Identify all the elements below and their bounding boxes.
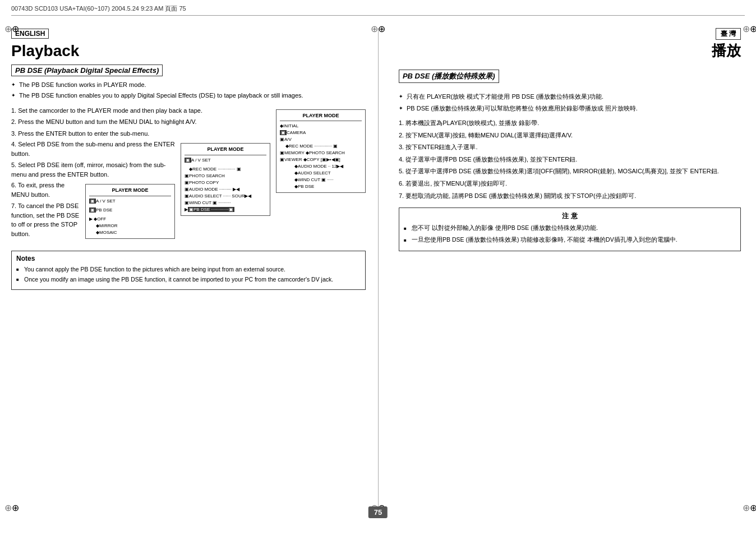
header-bar: 00743D SCD103 USA+TAI(60~107) 2004.5.24 … xyxy=(11,4,745,16)
menu3-content: ▣A / V SET ▣PB DSE ▶ ◆OFF ◆MIRROR ◆MOSAI… xyxy=(89,198,171,236)
chinese-notes-box: 注 意 您不可 以對從外部輸入的影像 使用PB DSE (播放數位特殊效果)功能… xyxy=(399,207,741,251)
zh-step-4: 4. 從子選單中選擇PB DSE (播放數位特殊效果), 並按下ENTER鈕. xyxy=(399,155,741,165)
english-badge: ENGLISH xyxy=(11,29,49,39)
zh-note-item: 一旦您使用PB DSE (播放數位特殊效果) 功能修改影像時, 不能從 本機的D… xyxy=(404,236,736,245)
zh-step-6: 6. 若要退出, 按下MENU(選單)按鈕即可. xyxy=(399,179,741,189)
chinese-section-heading: PB DSE (播放數位特殊效果) xyxy=(399,70,499,83)
right-column: 臺 灣 播放 PB DSE (播放數位特殊效果) 只有在 PLAYER(放映 模… xyxy=(393,28,741,251)
notes-list: You cannot apply the PB DSE function to … xyxy=(16,265,361,284)
chinese-title: 播放 xyxy=(712,41,741,61)
english-bullets: The PB DSE function works in PLAYER mode… xyxy=(11,81,366,100)
menu1-content: ◆INITIAL ▣CAMERA ▣A/V ◆REC MODE ········… xyxy=(280,123,362,190)
page-number: 75 xyxy=(368,506,388,518)
menu2-content: ▣A / V SET ◆REC MODE ·············· ▣ ▣P… xyxy=(185,157,266,213)
page-container: 00743D SCD103 USA+TAI(60~107) 2004.5.24 … xyxy=(0,0,756,535)
zh-step-5: 5. 從子選單中選擇PB DSE (播放數位特殊效果)選項[OFF(關閉), M… xyxy=(399,167,741,177)
left-column: ENGLISH Playback PB DSE (Playback Digita… xyxy=(11,28,374,290)
chinese-notes-list: 您不可 以對從外部輸入的影像 使用PB DSE (播放數位特殊效果)功能. 一旦… xyxy=(404,224,736,245)
chinese-bullets: 只有在 PLAYER(放映 模式下才能使用 PB DSE (播放數位特殊效果)功… xyxy=(399,92,741,113)
notes-title: Notes xyxy=(16,255,361,262)
header-text: 00743D SCD103 USA+TAI(60~107) 2004.5.24 … xyxy=(11,5,186,12)
crosshair-br: ⊕ xyxy=(743,502,752,511)
notes-box: Notes You cannot apply the PB DSE functi… xyxy=(11,251,366,290)
chinese-notes-title: 注 意 xyxy=(404,211,736,221)
zh-note-item: 您不可 以對從外部輸入的影像 使用PB DSE (播放數位特殊效果)功能. xyxy=(404,224,736,233)
menu1-title: PLAYER MODE xyxy=(280,112,362,122)
taiwan-badge: 臺 灣 xyxy=(716,28,741,40)
chinese-steps: 1. 將本機設置為PLAYER(放映模式), 並播放 錄影帶. 2. 按下MEN… xyxy=(399,118,741,201)
crosshair-tr: ⊕ xyxy=(743,24,752,33)
section-heading: PB DSE (Playback Digital Special Effects… xyxy=(11,64,163,76)
crosshair-bl: ⊕ xyxy=(4,502,13,511)
bullet-item: The PB DSE function works in PLAYER mode… xyxy=(11,81,366,89)
menu-box-1: PLAYER MODE ◆INITIAL ▣CAMERA ▣A/V ◆REC M… xyxy=(276,106,366,197)
zh-step-1: 1. 將本機設置為PLAYER(放映模式), 並播放 錄影帶. xyxy=(399,118,741,128)
menu3-title: PLAYER MODE xyxy=(89,187,171,196)
zh-step-2: 2. 按下MENU(選單)按鈕, 轉動MENU DIAL(選單選擇鈕)選擇A/V… xyxy=(399,131,741,141)
playback-title: Playback xyxy=(11,42,366,60)
zh-bullet-item: 只有在 PLAYER(放映 模式下才能使用 PB DSE (播放數位特殊效果)功… xyxy=(399,92,741,102)
center-divider xyxy=(378,28,379,507)
menu-box-3: PLAYER MODE ▣A / V SET ▣PB DSE ▶ ◆OFF ◆M… xyxy=(85,181,175,242)
menu2-title: PLAYER MODE xyxy=(185,146,266,155)
note-item: Once you modify an image using the PB DS… xyxy=(16,275,361,284)
right-header: 臺 灣 播放 xyxy=(399,28,741,65)
zh-step-3: 3. 按下ENTER鈕進入子選單. xyxy=(399,142,741,153)
note-item: You cannot apply the PB DSE function to … xyxy=(16,265,361,274)
steps-section: PLAYER MODE ◆INITIAL ▣CAMERA ▣A/V ◆REC M… xyxy=(11,106,366,245)
bullet-item: The PB DSE function enables you to apply… xyxy=(11,91,366,100)
zh-bullet-item: PB DSE (播放數位特殊效果)可以幫助您將整位 特效應用於錄影帶播放或 照片… xyxy=(399,104,741,113)
menu-box-2: PLAYER MODE ▣A / V SET ◆REC MODE ·······… xyxy=(181,140,270,219)
zh-step-7: 7. 要想取消此功能, 請將PB DSE (播放數位特殊效果) 關閉或 按下ST… xyxy=(399,191,741,201)
